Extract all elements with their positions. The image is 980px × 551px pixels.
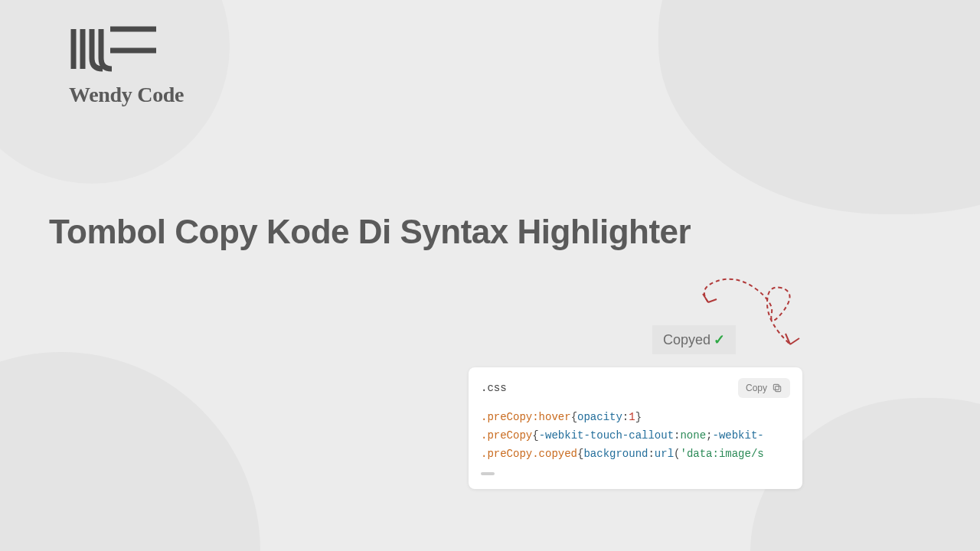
- copy-icon: [772, 383, 782, 393]
- code-line-3: .preCopy.copyed{background:url('data:ima…: [481, 445, 790, 464]
- brand-logo-icon: [69, 26, 161, 72]
- curly-arrow-icon: [697, 276, 819, 360]
- copy-button[interactable]: Copy: [738, 378, 790, 398]
- brand-name: Wendy Code: [69, 83, 184, 107]
- code-header: .css Copy: [481, 378, 790, 398]
- code-body: .preCopy:hover{opacity:1} .preCopy{-webk…: [481, 409, 790, 463]
- background-blob-bottom-left: [0, 352, 260, 551]
- page-title: Tombol Copy Kode Di Syntax Highlighter: [49, 213, 691, 251]
- code-line-2: .preCopy{-webkit-touch-callout:none;-web…: [481, 427, 790, 445]
- svg-rect-0: [776, 386, 781, 392]
- copy-button-label: Copy: [746, 383, 767, 393]
- svg-rect-1: [773, 384, 779, 390]
- code-language-label: .css: [481, 382, 507, 394]
- scrollbar-hint: [481, 472, 495, 475]
- code-line-1: .preCopy:hover{opacity:1}: [481, 409, 790, 427]
- brand-block: Wendy Code: [69, 26, 184, 107]
- code-card: .css Copy .preCopy:hover{opacity:1} .pre…: [469, 367, 802, 489]
- background-blob-top-right: [658, 0, 980, 214]
